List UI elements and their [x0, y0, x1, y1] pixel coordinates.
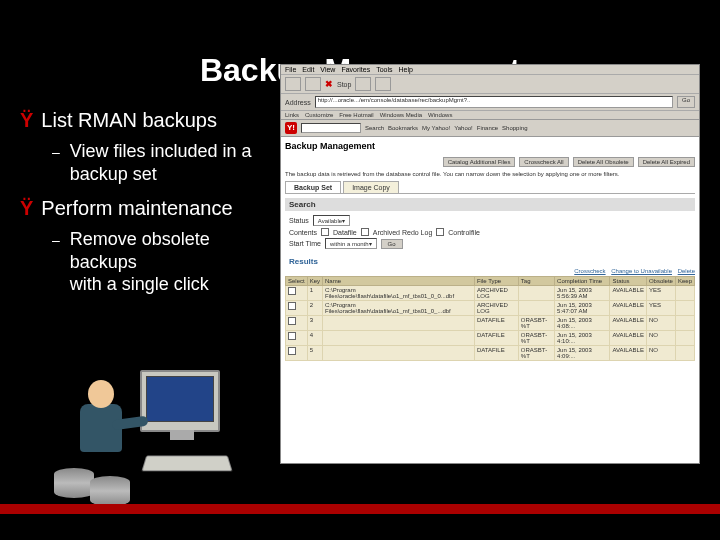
link-item[interactable]: Customize — [305, 112, 333, 118]
go-button[interactable]: Go — [677, 96, 695, 108]
page-title: Backup Management — [285, 141, 695, 151]
refresh-button[interactable] — [355, 77, 371, 91]
cell-keep — [675, 316, 694, 331]
cell-completion: Jun 15, 2003 5:56:39 AM — [555, 286, 610, 301]
delete-obsolete-button[interactable]: Delete All Obsolete — [573, 157, 634, 167]
status-select[interactable]: Available ▾ — [313, 215, 350, 226]
cell-tag — [518, 301, 554, 316]
cell-tag: ORASBT-%T — [518, 331, 554, 346]
toolbar-link[interactable]: Yahoo! — [454, 125, 473, 131]
toolbar-link[interactable]: Bookmarks — [388, 125, 418, 131]
crosscheck-all-button[interactable]: Crosscheck All — [519, 157, 568, 167]
links-bar: Links Customize Free Hotmail Windows Med… — [281, 111, 699, 120]
cell-key: 1 — [307, 286, 322, 301]
cell-completion: Jun 15, 2003 4:09:... — [555, 346, 610, 361]
cell-tag — [518, 286, 554, 301]
links-label: Links — [285, 112, 299, 118]
toolbar-link[interactable]: My Yahoo! — [422, 125, 450, 131]
menu-item[interactable]: Edit — [302, 66, 314, 73]
row-checkbox[interactable] — [288, 317, 296, 325]
cell-status: AVAILABLE — [610, 301, 646, 316]
crosscheck-link[interactable]: Crosscheck — [574, 268, 605, 274]
row-checkbox[interactable] — [288, 302, 296, 310]
database-icon — [90, 476, 130, 506]
cell-tag: ORASBT-%T — [518, 346, 554, 361]
sub-bullet-item: – View files included in a backup set — [52, 140, 280, 185]
bullet-text: List RMAN backups — [41, 109, 217, 132]
stop-icon[interactable]: ✖ — [325, 79, 333, 89]
footer-bar — [0, 504, 720, 514]
tab-image-copy[interactable]: Image Copy — [343, 181, 399, 193]
cell-completion: Jun 15, 2003 4:08:... — [555, 316, 610, 331]
bullet-icon: Ÿ — [20, 109, 33, 132]
person-icon — [70, 380, 130, 480]
bullet-item: Ÿ Perform maintenance — [20, 197, 280, 220]
link-item[interactable]: Windows Media — [380, 112, 422, 118]
cell-key: 4 — [307, 331, 322, 346]
datafile-checkbox[interactable] — [321, 228, 329, 236]
back-button[interactable] — [285, 77, 301, 91]
table-row: 1C:\Program Files\oracle\flash\datafile\… — [286, 286, 695, 301]
toolbar-link[interactable]: Finance — [477, 125, 498, 131]
cell-completion: Jun 15, 2003 4:10:... — [555, 331, 610, 346]
status-label: Status — [289, 217, 309, 224]
col-obsolete: Obsolete — [646, 277, 675, 286]
bullet-text: Perform maintenance — [41, 197, 232, 220]
forward-button[interactable] — [305, 77, 321, 91]
controlfile-checkbox[interactable] — [436, 228, 444, 236]
start-time-select[interactable]: within a month ▾ — [325, 238, 377, 249]
search-button[interactable]: Search — [365, 125, 384, 131]
search-section-header: Search — [285, 198, 695, 211]
keyboard-icon — [141, 456, 232, 472]
col-keep: Keep — [675, 277, 694, 286]
contents-label: Contents — [289, 229, 317, 236]
menu-item[interactable]: Help — [399, 66, 413, 73]
change-unavailable-link[interactable]: Change to Unavailable — [611, 268, 672, 274]
table-header-row: Select Key Name File Type Tag Completion… — [286, 277, 695, 286]
toolbar-link[interactable]: Shopping — [502, 125, 527, 131]
address-input[interactable]: http://...oracle.../em/console/database/… — [315, 96, 673, 108]
col-key: Key — [307, 277, 322, 286]
row-checkbox[interactable] — [288, 287, 296, 295]
row-checkbox[interactable] — [288, 347, 296, 355]
catalog-files-button[interactable]: Catalog Additional Files — [443, 157, 516, 167]
cell-key: 5 — [307, 346, 322, 361]
checkbox-label: Controlfile — [448, 229, 480, 236]
address-label: Address — [285, 99, 311, 106]
go-button[interactable]: Go — [381, 239, 403, 249]
table-row: 5DATAFILEORASBT-%TJun 15, 2003 4:09:...A… — [286, 346, 695, 361]
cell-key: 2 — [307, 301, 322, 316]
link-item[interactable]: Free Hotmail — [339, 112, 373, 118]
yahoo-search-input[interactable] — [301, 123, 361, 133]
results-header: Results — [289, 257, 695, 266]
menu-item[interactable]: View — [320, 66, 335, 73]
col-filetype: File Type — [474, 277, 518, 286]
home-button[interactable] — [375, 77, 391, 91]
tab-backup-set[interactable]: Backup Set — [285, 181, 341, 193]
delete-expired-button[interactable]: Delete All Expired — [638, 157, 695, 167]
cell-filetype: DATAFILE — [474, 331, 518, 346]
cell-name — [323, 316, 475, 331]
cell-keep — [675, 301, 694, 316]
yahoo-toolbar: Y! Search Bookmarks My Yahoo! Yahoo! Fin… — [281, 120, 699, 137]
menu-item[interactable]: Favorites — [341, 66, 370, 73]
cell-tag: ORASBT-%T — [518, 316, 554, 331]
menu-item[interactable]: Tools — [376, 66, 392, 73]
archivelog-checkbox[interactable] — [361, 228, 369, 236]
results-actions: Crosscheck Change to Unavailable Delete — [285, 268, 695, 274]
sub-bullet-text: View files included in a backup set — [70, 140, 280, 185]
menu-item[interactable]: File — [285, 66, 296, 73]
delete-link[interactable]: Delete — [678, 268, 695, 274]
row-checkbox[interactable] — [288, 332, 296, 340]
browser-screenshot: File Edit View Favorites Tools Help ✖ St… — [280, 64, 700, 464]
cell-keep — [675, 331, 694, 346]
cell-key: 3 — [307, 316, 322, 331]
cell-filetype: ARCHIVED LOG — [474, 286, 518, 301]
link-item[interactable]: Windows — [428, 112, 452, 118]
col-completion: Completion Time — [555, 277, 610, 286]
table-row: 2C:\Program Files\oracle\flash\datafile\… — [286, 301, 695, 316]
cell-status: AVAILABLE — [610, 316, 646, 331]
cell-filetype: DATAFILE — [474, 346, 518, 361]
dash-icon: – — [52, 140, 60, 185]
stop-label: Stop — [337, 81, 351, 88]
